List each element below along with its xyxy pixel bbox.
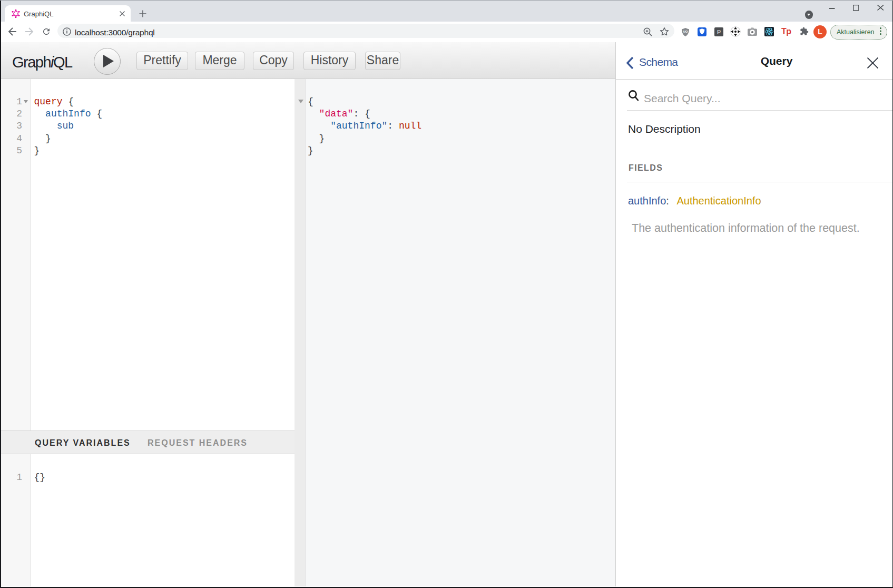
svg-text:UO: UO	[683, 30, 688, 33]
svg-text:P: P	[717, 29, 721, 35]
